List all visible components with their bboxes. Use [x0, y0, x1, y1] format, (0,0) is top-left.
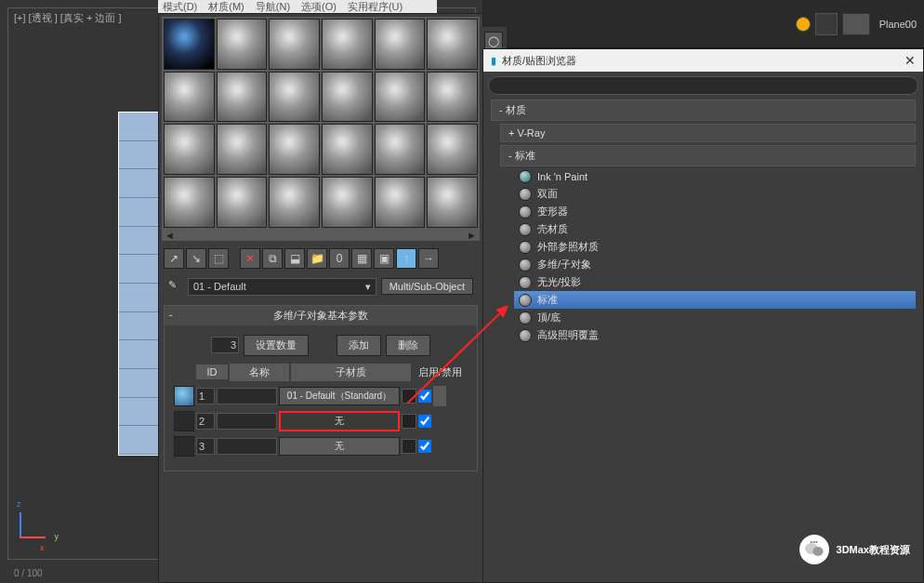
rollout-toggle-icon[interactable]: - [169, 309, 173, 320]
sun-icon[interactable] [796, 17, 811, 32]
sample-slot-23[interactable] [375, 177, 426, 228]
list-item[interactable]: Ink 'n Paint [514, 168, 916, 185]
sample-slot-3[interactable] [269, 19, 320, 70]
row-name-input[interactable] [217, 438, 277, 455]
row-name-input[interactable] [217, 388, 277, 404]
row-id-input[interactable] [196, 438, 215, 455]
sample-slot-24[interactable] [427, 177, 478, 228]
rollout-header[interactable]: - 多维/子对象基本参数 [165, 306, 477, 325]
count-spinner[interactable] [211, 337, 239, 353]
close-icon[interactable]: ✕ [904, 53, 916, 68]
sample-slot-13[interactable] [164, 124, 215, 175]
sample-slot-8[interactable] [217, 72, 268, 123]
sample-slot-22[interactable] [322, 177, 373, 228]
search-input[interactable] [488, 76, 918, 95]
go-to-parent-icon[interactable]: ↑ [396, 248, 416, 269]
put-to-library-icon[interactable]: 📁 [307, 248, 327, 269]
show-in-viewport-icon[interactable]: ▦ [351, 248, 372, 269]
reset-map-icon[interactable]: ✕ [240, 248, 260, 269]
list-item[interactable]: 顶/底 [514, 309, 916, 326]
material-editor: ◄► ◯ ◐ ▦ ▤ ✎ ⋮ ⬚ ⊞ ↗ ↘ ⬚ ✕ ⧉ ⬓ 📁 0 ▦ ▣ ↑… [158, 13, 483, 583]
table-row: 01 - Default（Standard） [174, 386, 468, 406]
sample-slot-11[interactable] [375, 72, 426, 123]
menu-options[interactable]: 选项(O) [301, 0, 337, 14]
row-id-input[interactable] [196, 388, 215, 404]
make-unique-icon[interactable]: ⬓ [284, 248, 305, 269]
menu-utils[interactable]: 实用程序(U) [348, 0, 403, 14]
sample-scrollbar[interactable]: ◄► [162, 230, 480, 241]
make-copy-icon[interactable]: ⧉ [262, 248, 283, 269]
get-material-icon[interactable]: ↗ [164, 248, 184, 269]
assign-to-selection-icon[interactable]: ⬚ [208, 248, 229, 269]
list-item[interactable]: 高级照明覆盖 [514, 326, 916, 344]
viewport-label[interactable]: [+] [透视 ] [真实 + 边面 ] [14, 11, 122, 25]
sample-slot-4[interactable] [322, 19, 373, 70]
delete-button[interactable]: 删除 [386, 335, 430, 356]
sample-slot-6[interactable] [427, 19, 478, 70]
pick-material-icon[interactable]: ✎ [168, 279, 183, 294]
sample-slot-15[interactable] [269, 124, 320, 175]
row-enable-checkbox[interactable] [418, 415, 431, 428]
row-color-swatch[interactable] [402, 439, 416, 454]
material-sphere-icon [519, 241, 532, 254]
sample-slot-12[interactable] [427, 72, 478, 123]
sample-slot-19[interactable] [164, 177, 215, 228]
set-count-button[interactable]: 设置数量 [244, 335, 309, 356]
sub-material-table: ID 名称 子材质 启用/禁用 01 - Default（Standard） [174, 364, 468, 457]
row-material-button[interactable]: 01 - Default（Standard） [279, 387, 400, 405]
sample-slot-9[interactable] [269, 72, 320, 123]
multi-sub-rollout: - 多维/子对象基本参数 设置数量 添加 删除 ID 名称 子材质 启用/禁用 [164, 305, 478, 471]
sample-slot-10[interactable] [322, 72, 373, 123]
table-row: 无 [174, 436, 468, 457]
sample-slot-1[interactable] [164, 19, 215, 70]
add-button[interactable]: 添加 [337, 335, 381, 356]
menu-material[interactable]: 材质(M) [208, 0, 244, 14]
sample-slots-area: ◄► [159, 14, 482, 244]
row-material-button[interactable]: 无 [279, 411, 400, 431]
browser-titlebar[interactable]: ▮ 材质/贴图浏览器 ✕ [483, 49, 923, 72]
menu-mode[interactable]: 模式(D) [163, 0, 197, 14]
row-enable-checkbox[interactable] [418, 390, 431, 403]
list-item[interactable]: 外部参照材质 [514, 238, 916, 256]
category-materials[interactable]: - 材质 [491, 99, 916, 121]
row-scroll-up-icon[interactable] [433, 386, 446, 406]
row-enable-checkbox[interactable] [418, 440, 431, 453]
row-name-input[interactable] [217, 413, 277, 430]
sample-slot-7[interactable] [164, 72, 215, 123]
sample-slot-18[interactable] [427, 124, 478, 175]
show-end-result-icon[interactable]: ▣ [374, 248, 394, 269]
sample-slot-21[interactable] [269, 177, 320, 228]
row-preview-icon[interactable] [174, 386, 194, 406]
sample-slot-14[interactable] [217, 124, 268, 175]
list-item[interactable]: 壳材质 [514, 220, 916, 238]
list-item-label: 无光/投影 [537, 275, 581, 289]
category-vray[interactable]: + V-Ray [500, 124, 916, 142]
put-to-scene-icon[interactable]: ↘ [186, 248, 206, 269]
material-type-button[interactable]: Multi/Sub-Object [381, 278, 473, 295]
menu-nav[interactable]: 导航(N) [256, 0, 290, 14]
sample-slot-16[interactable] [322, 124, 373, 175]
mat-id-icon[interactable]: 0 [329, 248, 350, 269]
list-item[interactable]: 无光/投影 [514, 273, 916, 291]
sample-slot-2[interactable] [217, 19, 268, 70]
row-color-swatch[interactable] [402, 414, 416, 429]
list-item[interactable]: 多维/子对象 [514, 256, 916, 273]
sample-slot-5[interactable] [375, 19, 426, 70]
row-color-swatch[interactable] [402, 389, 416, 404]
chevron-down-icon: ▾ [365, 281, 371, 293]
sample-slot-17[interactable] [375, 124, 426, 175]
go-forward-icon[interactable]: → [418, 248, 439, 269]
list-item[interactable]: 变形器 [514, 203, 916, 220]
list-item[interactable]: 双面 [514, 185, 916, 203]
material-name-dropdown[interactable]: 01 - Default ▾ [188, 278, 376, 296]
category-standard[interactable]: - 标准 [500, 145, 916, 166]
list-item[interactable]: 标准 [514, 291, 916, 309]
list-item-label: Ink 'n Paint [537, 171, 587, 182]
row-id-input[interactable] [196, 413, 215, 430]
panel-toggle-icon[interactable] [815, 13, 838, 35]
row-preview-icon[interactable] [174, 436, 194, 457]
row-material-button[interactable]: 无 [279, 437, 400, 456]
row-preview-icon[interactable] [174, 411, 194, 431]
sample-type-icon[interactable]: ◯ [484, 32, 503, 50]
sample-slot-20[interactable] [217, 177, 268, 228]
